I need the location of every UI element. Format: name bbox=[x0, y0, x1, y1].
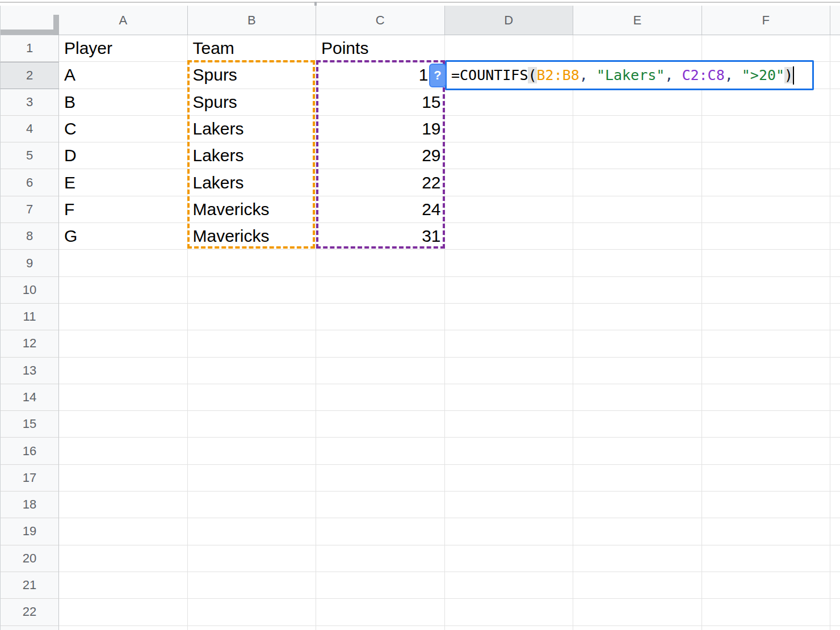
cell-partial-1[interactable] bbox=[830, 35, 840, 62]
row-header-10[interactable]: 10 bbox=[0, 277, 59, 304]
cell-F17[interactable] bbox=[702, 465, 831, 492]
cell-E18[interactable] bbox=[573, 492, 702, 518]
row-header-11[interactable]: 11 bbox=[0, 304, 59, 330]
cell-partial-18[interactable] bbox=[830, 492, 840, 518]
cell-partial-22[interactable] bbox=[830, 599, 840, 625]
cell-D21[interactable] bbox=[445, 572, 574, 599]
cell-B11[interactable] bbox=[188, 304, 317, 330]
cell-D4[interactable] bbox=[445, 116, 574, 142]
cell-F8[interactable] bbox=[702, 223, 831, 250]
cell-partial-11[interactable] bbox=[830, 304, 840, 330]
row-header-14[interactable]: 14 bbox=[0, 384, 59, 411]
cell-partial-12[interactable] bbox=[830, 330, 840, 357]
row-header-13[interactable]: 13 bbox=[0, 358, 59, 384]
cell-F21[interactable] bbox=[702, 572, 831, 599]
cell-partial-20[interactable] bbox=[830, 545, 840, 572]
cell-partial-8[interactable] bbox=[830, 223, 840, 250]
cell-partial-3[interactable] bbox=[830, 89, 840, 116]
cell-partial-19[interactable] bbox=[830, 518, 840, 545]
cell-partial-4[interactable] bbox=[830, 116, 840, 142]
cell-E8[interactable] bbox=[573, 223, 702, 250]
column-header-A[interactable]: A bbox=[59, 6, 188, 35]
cell-E13[interactable] bbox=[573, 358, 702, 384]
cell-D1[interactable] bbox=[445, 35, 574, 62]
cell-A12[interactable] bbox=[59, 330, 188, 357]
row-header-3[interactable]: 3 bbox=[0, 89, 59, 116]
cell-partial-14[interactable] bbox=[830, 384, 840, 411]
cell-D19[interactable] bbox=[445, 518, 574, 545]
cell-D13[interactable] bbox=[445, 358, 574, 384]
cell-A20[interactable] bbox=[59, 545, 188, 572]
row-header-6[interactable]: 6 bbox=[0, 169, 59, 196]
cell-B15[interactable] bbox=[188, 411, 317, 438]
cell-F9[interactable] bbox=[702, 250, 831, 276]
cell-C20[interactable] bbox=[316, 545, 445, 572]
cell-B16[interactable] bbox=[188, 438, 317, 464]
cell-B18[interactable] bbox=[188, 492, 317, 518]
cell-A19[interactable] bbox=[59, 518, 188, 545]
cell-E11[interactable] bbox=[573, 304, 702, 330]
column-header-F[interactable]: F bbox=[702, 6, 831, 35]
cell-E19[interactable] bbox=[573, 518, 702, 545]
row-header-19[interactable]: 19 bbox=[0, 518, 59, 545]
cell-partial-10[interactable] bbox=[830, 277, 840, 304]
cell-F22[interactable] bbox=[702, 599, 831, 625]
cell-E14[interactable] bbox=[573, 384, 702, 411]
column-header-C[interactable]: C bbox=[316, 6, 445, 35]
row-header-8[interactable]: 8 bbox=[0, 223, 59, 250]
cell-B14[interactable] bbox=[188, 384, 317, 411]
select-all-corner[interactable] bbox=[0, 6, 59, 35]
cell-A14[interactable] bbox=[59, 384, 188, 411]
cell-B20[interactable] bbox=[188, 545, 317, 572]
cell-A3[interactable]: B bbox=[59, 89, 188, 116]
cell-F16[interactable] bbox=[702, 438, 831, 464]
formula-help-button[interactable]: ? bbox=[429, 64, 446, 87]
cell-partial-9[interactable] bbox=[830, 250, 840, 276]
cell-A9[interactable] bbox=[59, 250, 188, 276]
row-header-12[interactable]: 12 bbox=[0, 330, 59, 357]
column-header-B[interactable]: B bbox=[188, 6, 317, 35]
cell-D10[interactable] bbox=[445, 277, 574, 304]
cell-F11[interactable] bbox=[702, 304, 831, 330]
cell-E5[interactable] bbox=[573, 142, 702, 169]
row-header-20[interactable]: 20 bbox=[0, 545, 59, 572]
cell-D15[interactable] bbox=[445, 411, 574, 438]
row-header-22[interactable]: 22 bbox=[0, 599, 59, 625]
cell-D23[interactable] bbox=[445, 626, 574, 630]
cell-F19[interactable] bbox=[702, 518, 831, 545]
cell-D18[interactable] bbox=[445, 492, 574, 518]
cell-partial-16[interactable] bbox=[830, 438, 840, 464]
cell-E15[interactable] bbox=[573, 411, 702, 438]
row-header-9[interactable]: 9 bbox=[0, 250, 59, 276]
cell-A8[interactable]: G bbox=[59, 223, 188, 250]
cell-A2[interactable]: A bbox=[59, 62, 188, 89]
cell-D14[interactable] bbox=[445, 384, 574, 411]
cell-A15[interactable] bbox=[59, 411, 188, 438]
cell-D20[interactable] bbox=[445, 545, 574, 572]
cell-partial-21[interactable] bbox=[830, 572, 840, 599]
cell-C10[interactable] bbox=[316, 277, 445, 304]
cell-B13[interactable] bbox=[188, 358, 317, 384]
cell-C16[interactable] bbox=[316, 438, 445, 464]
cell-E17[interactable] bbox=[573, 465, 702, 492]
cell-D22[interactable] bbox=[445, 599, 574, 625]
row-header-17[interactable]: 17 bbox=[0, 465, 59, 492]
cell-partial-6[interactable] bbox=[830, 169, 840, 196]
cell-B10[interactable] bbox=[188, 277, 317, 304]
cell-B17[interactable] bbox=[188, 465, 317, 492]
cell-C18[interactable] bbox=[316, 492, 445, 518]
cell-F15[interactable] bbox=[702, 411, 831, 438]
column-header-E[interactable]: E bbox=[573, 6, 702, 35]
cell-E6[interactable] bbox=[573, 169, 702, 196]
cell-partial-23[interactable] bbox=[830, 626, 840, 630]
cell-D11[interactable] bbox=[445, 304, 574, 330]
cell-E1[interactable] bbox=[573, 35, 702, 62]
cell-D9[interactable] bbox=[445, 250, 574, 276]
cell-C1[interactable]: Points bbox=[316, 35, 445, 62]
cell-F20[interactable] bbox=[702, 545, 831, 572]
row-header-5[interactable]: 5 bbox=[0, 142, 59, 169]
cell-editor[interactable]: =COUNTIFS(B2:B8, "Lakers", C2:C8, ">20") bbox=[445, 60, 814, 90]
cell-C15[interactable] bbox=[316, 411, 445, 438]
cell-E7[interactable] bbox=[573, 196, 702, 223]
cell-F14[interactable] bbox=[702, 384, 831, 411]
